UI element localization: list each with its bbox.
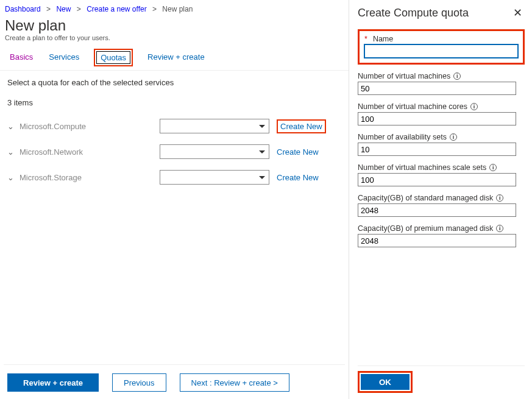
- section-prompt: Select a quota for each of the selected …: [4, 76, 345, 98]
- cores-input[interactable]: [358, 112, 516, 125]
- info-icon[interactable]: i: [470, 103, 478, 110]
- create-new-compute[interactable]: Create New: [277, 119, 326, 133]
- ok-highlight-box: OK: [358, 371, 413, 393]
- service-row-storage: ⌄ Microsoft.Storage Create New: [4, 164, 345, 190]
- tab-basics[interactable]: Basics: [9, 50, 34, 66]
- breadcrumb-link[interactable]: Dashboard: [5, 5, 41, 13]
- divider: [0, 70, 349, 71]
- ok-button[interactable]: OK: [361, 374, 410, 390]
- footer-buttons: Review + create Previous Next : Review +…: [4, 364, 345, 395]
- name-highlight-box: * Name: [358, 29, 525, 65]
- field-label: Capacity(GB) of premium managed disk: [358, 224, 493, 233]
- breadcrumb-sep: >: [77, 5, 81, 13]
- field-name: * Name: [358, 29, 525, 65]
- info-icon[interactable]: i: [496, 194, 503, 202]
- tab-review[interactable]: Review + create: [146, 50, 206, 66]
- main-blade: Dashboard > New > Create a new offer > N…: [0, 0, 349, 399]
- service-row-network: ⌄ Microsoft.Network Create New: [4, 139, 345, 164]
- create-new-network[interactable]: Create New: [277, 147, 319, 157]
- tab-services[interactable]: Services: [48, 50, 80, 66]
- quota-select-storage[interactable]: [160, 170, 269, 185]
- breadcrumb-current: New plan: [162, 5, 193, 13]
- service-label: Microsoft.Storage: [20, 173, 160, 182]
- field-std-disk: Capacity(GB) of standard managed diski: [358, 194, 525, 217]
- item-count: 3 items: [4, 98, 345, 113]
- info-icon[interactable]: i: [450, 133, 457, 141]
- breadcrumb: Dashboard > New > Create a new offer > N…: [4, 5, 345, 16]
- field-label: Number of virtual machines scale sets: [358, 163, 486, 172]
- field-availsets: Number of availability setsi: [358, 133, 525, 156]
- required-star: *: [364, 35, 367, 43]
- info-icon[interactable]: i: [489, 164, 497, 171]
- breadcrumb-link[interactable]: Create a new offer: [87, 5, 147, 13]
- tab-bar: Basics Services Quotas Review + create: [4, 50, 345, 70]
- name-label-text: Name: [373, 35, 393, 43]
- field-label: Capacity(GB) of standard managed disk: [358, 194, 493, 202]
- breadcrumb-sep: >: [46, 5, 51, 13]
- field-label: Number of virtual machines: [358, 72, 450, 80]
- availsets-input[interactable]: [358, 143, 516, 156]
- info-icon[interactable]: i: [496, 225, 503, 232]
- scalesets-input[interactable]: [358, 173, 516, 186]
- page-subtitle: Create a plan to offer to your users.: [5, 34, 345, 41]
- quota-select-compute[interactable]: [160, 119, 269, 133]
- chevron-down-icon[interactable]: ⌄: [7, 147, 13, 157]
- panel-title: Create Compute quota: [358, 7, 469, 19]
- panel-header: Create Compute quota ✕: [358, 4, 525, 22]
- breadcrumb-sep: >: [152, 5, 157, 13]
- field-scalesets: Number of virtual machines scale setsi: [358, 163, 525, 186]
- tab-quotas[interactable]: Quotas: [94, 49, 133, 66]
- panel-footer: OK: [358, 365, 525, 393]
- field-cores: Number of virtual machine coresi: [358, 102, 525, 125]
- chevron-down-icon[interactable]: ⌄: [7, 173, 13, 182]
- field-vms: Number of virtual machinesi: [358, 72, 525, 95]
- page-title: New plan: [5, 17, 345, 34]
- field-label: * Name: [364, 35, 518, 43]
- tab-quotas-label: Quotas: [96, 51, 130, 64]
- service-label: Microsoft.Network: [20, 147, 160, 157]
- next-button[interactable]: Next : Review + create >: [180, 373, 289, 392]
- field-prem-disk: Capacity(GB) of premium managed diski: [358, 224, 525, 247]
- vms-input[interactable]: [358, 82, 516, 95]
- prem-disk-input[interactable]: [358, 234, 516, 247]
- field-label: Number of virtual machine cores: [358, 102, 467, 111]
- close-icon[interactable]: ✕: [511, 5, 525, 21]
- side-panel: Create Compute quota ✕ * Name Number of …: [349, 0, 532, 399]
- service-row-compute: ⌄ Microsoft.Compute Create New: [4, 113, 345, 139]
- std-disk-input[interactable]: [358, 203, 516, 217]
- review-create-button[interactable]: Review + create: [7, 373, 99, 392]
- chevron-down-icon[interactable]: ⌄: [7, 122, 13, 131]
- previous-button[interactable]: Previous: [112, 373, 166, 392]
- info-icon[interactable]: i: [453, 72, 461, 80]
- name-input[interactable]: [364, 44, 518, 58]
- create-new-storage[interactable]: Create New: [277, 173, 319, 182]
- service-label: Microsoft.Compute: [20, 122, 160, 131]
- quota-select-network[interactable]: [160, 144, 269, 159]
- breadcrumb-link[interactable]: New: [56, 5, 71, 13]
- field-label: Number of availability sets: [358, 133, 447, 141]
